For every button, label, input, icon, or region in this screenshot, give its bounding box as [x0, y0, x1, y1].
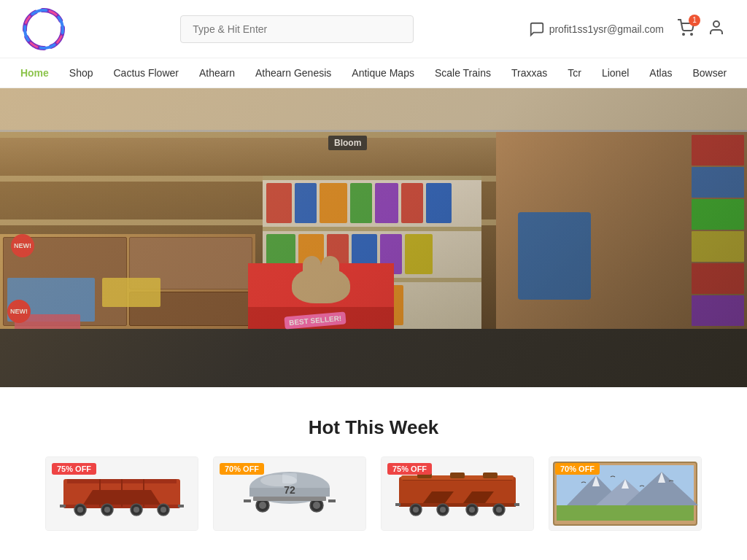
product-card-1[interactable]: 75% OFF — [45, 456, 198, 531]
svg-point-30 — [313, 502, 320, 509]
svg-point-49 — [469, 507, 475, 513]
svg-point-15 — [133, 507, 139, 513]
svg-point-4 — [691, 34, 692, 35]
cart-button[interactable]: 1 — [677, 19, 694, 39]
svg-point-34 — [260, 475, 297, 486]
discount-badge-4: 70% OFF — [555, 463, 600, 475]
svg-point-45 — [413, 507, 419, 513]
nav-atlas[interactable]: Atlas — [649, 67, 672, 79]
nav-bowser[interactable]: Bowser — [692, 67, 727, 79]
product-card-4[interactable]: 70% OFF — [549, 456, 702, 531]
header-right: profit1ss1ysr@gmail.com 1 — [529, 19, 725, 39]
train-car-orange-1-icon — [60, 468, 184, 519]
nav-antique-maps[interactable]: Antique Maps — [352, 67, 414, 79]
header: profit1ss1ysr@gmail.com 1 — [0, 0, 747, 58]
svg-rect-33 — [328, 499, 336, 502]
svg-rect-19 — [178, 505, 184, 508]
svg-point-17 — [160, 507, 166, 513]
email-area: profit1ss1ysr@gmail.com — [529, 21, 664, 37]
svg-rect-31 — [253, 497, 326, 501]
nav-home[interactable]: Home — [20, 67, 49, 79]
chat-icon — [529, 21, 545, 37]
nav-traxxas[interactable]: Traxxas — [511, 67, 547, 79]
svg-point-51 — [496, 507, 502, 513]
product-card-3[interactable]: 75% OFF — [381, 456, 534, 531]
user-icon — [708, 19, 725, 36]
user-button[interactable] — [708, 19, 725, 39]
svg-rect-53 — [514, 503, 519, 506]
store-scene: Bloom NEW! NEW! BEST SELLER! — [0, 88, 747, 387]
svg-rect-62 — [557, 505, 694, 521]
email-text: profit1ss1ysr@gmail.com — [549, 23, 664, 35]
nav-scale-trains[interactable]: Scale Trains — [435, 67, 491, 79]
svg-rect-40 — [483, 472, 498, 478]
discount-badge-2: 70% OFF — [220, 463, 264, 475]
discount-badge-3: 75% OFF — [387, 463, 432, 475]
logo-area — [22, 7, 66, 51]
products-grid: 75% OFF — [22, 456, 725, 531]
svg-rect-52 — [395, 503, 400, 506]
main-nav: Home Shop Cactus Flower Athearn Athearn … — [0, 58, 747, 88]
discount-badge-1: 75% OFF — [52, 463, 96, 475]
svg-rect-35 — [399, 477, 516, 506]
svg-rect-18 — [60, 505, 66, 508]
svg-point-5 — [713, 21, 719, 27]
logo-icon — [22, 7, 66, 51]
product-card-2[interactable]: 70% OFF 72 — [213, 456, 366, 531]
svg-text:72: 72 — [284, 484, 295, 496]
svg-point-28 — [259, 502, 266, 509]
nav-athearn[interactable]: Athearn — [199, 67, 235, 79]
nav-shop[interactable]: Shop — [69, 67, 93, 79]
cart-badge: 1 — [689, 15, 700, 26]
svg-point-3 — [683, 34, 684, 35]
svg-point-13 — [104, 507, 110, 513]
train-car-orange-2-icon — [395, 468, 519, 519]
svg-point-11 — [77, 507, 83, 513]
store-overlay — [0, 88, 747, 387]
nav-athearn-genesis[interactable]: Athearn Genesis — [255, 67, 331, 79]
svg-rect-32 — [244, 499, 251, 502]
hot-section-title: Hot This Week — [22, 416, 725, 439]
search-input[interactable] — [180, 15, 414, 43]
svg-point-47 — [440, 507, 446, 513]
svg-rect-39 — [450, 472, 465, 478]
nav-tcr[interactable]: Tcr — [568, 67, 581, 79]
hero-banner: Bloom NEW! NEW! BEST SELLER! — [0, 88, 747, 387]
hot-this-week-section: Hot This Week 75% OFF — [0, 387, 747, 545]
nav-cactus-flower[interactable]: Cactus Flower — [114, 67, 179, 79]
nav-lionel[interactable]: Lionel — [602, 67, 629, 79]
